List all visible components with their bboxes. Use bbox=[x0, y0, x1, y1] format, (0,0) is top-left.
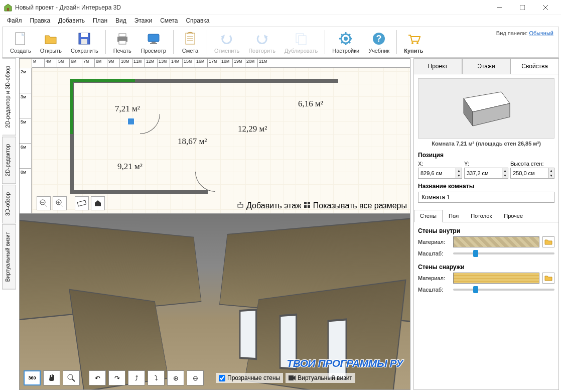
create-button[interactable]: Создать bbox=[6, 29, 36, 55]
svg-rect-46 bbox=[77, 200, 86, 206]
svg-point-37 bbox=[411, 42, 413, 44]
zoom-in-button[interactable] bbox=[53, 196, 67, 210]
subtab-walls[interactable]: Стены bbox=[414, 210, 443, 222]
menu-file[interactable]: Файл bbox=[3, 16, 26, 25]
ruler-horizontal: м4м5м6м7м8м9м10м11м12м13м14м15м16м17м18м… bbox=[32, 59, 410, 68]
ruler-vertical: 2м3м5м6м8м bbox=[20, 68, 32, 213]
svg-point-55 bbox=[68, 374, 73, 379]
buy-button[interactable]: Купить bbox=[399, 29, 428, 55]
zoom-out-3d-button[interactable]: ⊖ bbox=[187, 370, 204, 385]
menu-view[interactable]: Вид bbox=[111, 16, 130, 25]
preview-button[interactable]: Просмотр bbox=[136, 29, 171, 55]
vtab-2d[interactable]: 2D-редактор bbox=[2, 137, 16, 184]
svg-rect-3 bbox=[520, 5, 525, 10]
toolbar: Создать Открыть Сохранить Печать Просмот… bbox=[2, 27, 559, 58]
svg-rect-1 bbox=[7, 8, 9, 11]
outside-scale-slider[interactable] bbox=[453, 289, 554, 291]
show-dimensions-button[interactable]: Показывать все размеры bbox=[304, 201, 407, 210]
zoom-3d-button[interactable] bbox=[63, 370, 80, 385]
vtab-2d-3d[interactable]: 2D-редактор и 3D-обзор bbox=[2, 58, 16, 136]
subtab-floor[interactable]: Пол bbox=[443, 210, 465, 222]
room-label: 12,29 м² bbox=[238, 124, 267, 134]
svg-rect-9 bbox=[81, 33, 88, 37]
estimate-button[interactable]: Смета bbox=[176, 29, 204, 55]
svg-line-31 bbox=[341, 34, 343, 36]
tab-floors[interactable]: Этажи bbox=[462, 58, 511, 74]
rotate-down-button[interactable]: ⤵ bbox=[148, 370, 165, 385]
vtab-3d[interactable]: 3D-обзор bbox=[2, 185, 16, 223]
rotate-left-button[interactable]: ↶ bbox=[89, 370, 106, 385]
orbit-360-button[interactable]: 360 bbox=[24, 370, 41, 385]
watermark: ТВОИ ПРОГРАММЫ РУ bbox=[287, 357, 403, 369]
inside-material-browse[interactable] bbox=[542, 236, 554, 247]
pan-button[interactable] bbox=[43, 370, 60, 385]
minimize-button[interactable] bbox=[488, 0, 511, 15]
inside-material-swatch[interactable] bbox=[453, 236, 539, 247]
save-button[interactable]: Сохранить bbox=[66, 29, 103, 55]
svg-rect-57 bbox=[289, 375, 294, 380]
room-label: 6,16 м² bbox=[298, 99, 323, 109]
svg-line-40 bbox=[45, 204, 47, 207]
subtab-ceiling[interactable]: Потолок bbox=[465, 210, 498, 222]
inside-scale-slider[interactable] bbox=[453, 252, 554, 254]
measure-button[interactable] bbox=[75, 196, 89, 210]
x-input[interactable]: ▲▼ bbox=[418, 168, 462, 179]
room-label: 7,21 м² bbox=[115, 104, 140, 114]
svg-text:?: ? bbox=[376, 34, 382, 44]
svg-rect-48 bbox=[238, 204, 243, 207]
print-button[interactable]: Печать bbox=[108, 29, 136, 55]
menu-edit[interactable]: Правка bbox=[26, 16, 55, 25]
svg-rect-15 bbox=[152, 42, 156, 43]
close-button[interactable] bbox=[534, 0, 557, 15]
move-handle-icon[interactable] bbox=[127, 118, 134, 125]
svg-line-43 bbox=[61, 204, 63, 207]
duplicate-button: Дублировать bbox=[280, 29, 322, 55]
tab-properties[interactable]: Свойства bbox=[510, 58, 559, 74]
room-3d-preview bbox=[418, 78, 554, 139]
3d-view[interactable]: 360 ↶ ↷ ⤴ ⤵ ⊕ ⊖ Прозрачные стены Виртуал… bbox=[19, 214, 410, 390]
app-icon bbox=[4, 4, 12, 12]
vtab-virtual[interactable]: Виртуальный визит bbox=[2, 224, 16, 290]
tab-project[interactable]: Проект bbox=[413, 58, 462, 74]
tutorial-button[interactable]: ?Учебник bbox=[364, 29, 394, 55]
undo-button: Отменить bbox=[210, 29, 244, 55]
maximize-button[interactable] bbox=[511, 0, 534, 15]
svg-marker-58 bbox=[294, 375, 296, 380]
zoom-in-3d-button[interactable]: ⊕ bbox=[167, 370, 184, 385]
menubar: Файл Правка Добавить План Вид Этажи Смет… bbox=[0, 15, 561, 26]
transparent-walls-checkbox[interactable]: Прозрачные стены bbox=[216, 373, 283, 383]
properties-panel: Проект Этажи Свойства Комната 7,21 м² (п… bbox=[413, 58, 559, 390]
outside-material-swatch[interactable] bbox=[453, 273, 539, 284]
svg-line-56 bbox=[72, 379, 75, 381]
walls-outside-heading: Стены снаружи bbox=[418, 264, 554, 271]
y-input[interactable]: ▲▼ bbox=[464, 168, 508, 179]
rotate-right-button[interactable]: ↷ bbox=[108, 370, 125, 385]
svg-point-26 bbox=[344, 37, 348, 41]
menu-plan[interactable]: План bbox=[89, 16, 111, 25]
subtab-other[interactable]: Прочее bbox=[498, 210, 529, 222]
add-floor-button[interactable]: Добавить этаж bbox=[237, 201, 302, 210]
menu-floors[interactable]: Этажи bbox=[130, 16, 156, 25]
room-name-heading: Название комнаты bbox=[418, 183, 554, 190]
home-button[interactable] bbox=[91, 196, 105, 210]
menu-help[interactable]: Справка bbox=[182, 16, 213, 25]
open-button[interactable]: Открыть bbox=[36, 29, 66, 55]
2d-view[interactable]: м4м5м6м7м8м9м10м11м12м13м14м15м16м17м18м… bbox=[19, 58, 410, 214]
svg-rect-53 bbox=[304, 205, 307, 208]
settings-button[interactable]: Настройки bbox=[328, 29, 364, 55]
zoom-out-button[interactable] bbox=[37, 196, 51, 210]
rotate-up-button[interactable]: ⤴ bbox=[128, 370, 145, 385]
menu-estimate[interactable]: Смета bbox=[156, 16, 182, 25]
outside-material-browse[interactable] bbox=[542, 273, 554, 284]
svg-rect-10 bbox=[81, 39, 87, 44]
window-title: Новый проект - Дизайн Интерьера 3D bbox=[15, 4, 488, 11]
panel-mode-link[interactable]: Обычный bbox=[529, 30, 553, 36]
svg-line-32 bbox=[349, 42, 350, 43]
titlebar: Новый проект - Дизайн Интерьера 3D bbox=[0, 0, 561, 15]
room-label: 18,67 м² bbox=[178, 137, 207, 147]
room-name-input[interactable] bbox=[418, 192, 554, 203]
wall-height-input[interactable]: ▲▼ bbox=[510, 168, 554, 179]
virtual-visit-button[interactable]: Виртуальный визит bbox=[286, 373, 355, 383]
menu-add[interactable]: Добавить bbox=[54, 16, 89, 25]
walls-inside-heading: Стены внутри bbox=[418, 227, 554, 234]
